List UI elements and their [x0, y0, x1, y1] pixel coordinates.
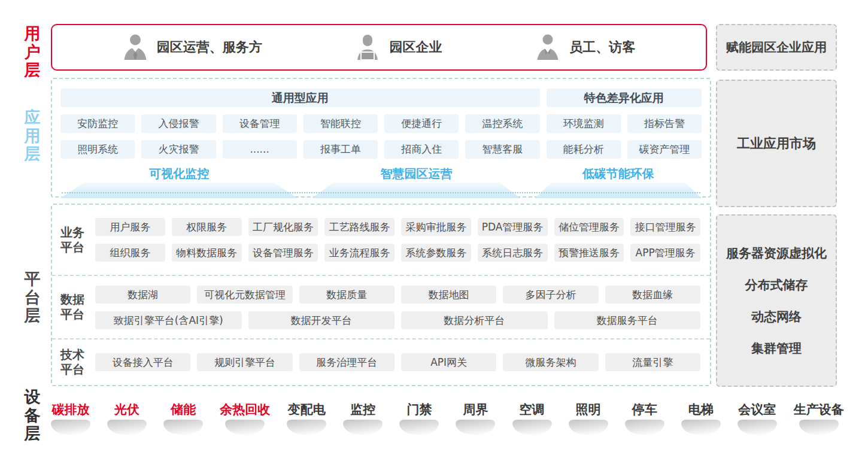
user-group-label: 员工、访客 [569, 38, 635, 56]
device-disc-shape [625, 420, 664, 435]
device-disc-shape [163, 420, 203, 435]
sidebar-infra-line: 动态网络 [751, 308, 802, 325]
platform-box: 多因子分析 [503, 286, 598, 304]
app-box: ...... [223, 140, 297, 159]
platform-box: 物料数据服务 [172, 244, 242, 262]
data-platform-row: 数据平台 数据湖 可视化元数据管理 数据质量 数据地图 多因子分析 数据血缘 致… [52, 276, 710, 339]
app-box: 入侵报警 [141, 114, 216, 133]
app-row-1: 安防监控 入侵报警 设备管理 智能联控 便捷通行 温控系统 环境监测 指标告警 [60, 114, 702, 133]
platform-box: 可视化元数据管理 [197, 286, 292, 304]
tech-platform-label: 技术平台 [60, 347, 95, 377]
platform-box: 权限服务 [172, 218, 242, 236]
platform-box: 微服务架构 [503, 353, 598, 371]
device-item: 电梯 [681, 401, 721, 435]
device-label: 电梯 [688, 401, 714, 418]
device-disc-shape [681, 420, 721, 435]
device-item: 监控 [343, 401, 383, 435]
device-item: 储能 [163, 401, 203, 435]
device-disc-shape [51, 420, 90, 435]
user-group-label: 园区企业 [389, 38, 442, 56]
platform-box: 数据开发平台 [248, 311, 395, 329]
device-item: 余热回收 [220, 401, 270, 435]
app-box: 便捷通行 [384, 114, 459, 133]
architecture-diagram: 用户层 应用层 平台层 设备层 园区运营、服务方 园区企业 [0, 0, 868, 467]
app-layer-label: 应用层 [22, 108, 43, 163]
user-layer-box: 园区运营、服务方 园区企业 员工、访客 [51, 24, 707, 71]
user-layer-label: 用户层 [22, 25, 43, 80]
device-label: 照明 [576, 401, 601, 418]
device-disc-shape [107, 420, 147, 435]
platform-box: 规则引擎平台 [197, 353, 292, 371]
device-disc-shape [287, 420, 326, 435]
device-item: 空调 [512, 401, 552, 435]
platform-box: 预警推送服务 [554, 244, 624, 262]
platform-layer-label: 平台层 [22, 270, 43, 325]
device-layer-label: 设备层 [22, 388, 43, 443]
platform-box: 系统日志服务 [478, 244, 548, 262]
app-box: 智慧客服 [465, 140, 539, 159]
platform-box: 业务流程服务 [324, 244, 394, 262]
app-box: 报事工单 [304, 140, 378, 159]
device-disc-shape [343, 420, 383, 435]
platform-box: 致据引擎平台(含AI引擎) [95, 311, 242, 329]
device-item: 碳排放 [51, 401, 90, 435]
device-disc-shape [225, 420, 265, 435]
device-item: 门禁 [399, 401, 439, 435]
device-layer-row: 碳排放 光伏 储能 余热回收 变配电 监控 门禁 周界 [51, 401, 844, 435]
app-row-2: 照明系统 火灾报警 ...... 报事工单 招商入住 智慧客服 能耗分析 碳资产… [60, 140, 702, 159]
enterprise-person-icon [355, 34, 380, 61]
app-box: 能耗分析 [547, 140, 621, 159]
device-label: 生产设备 [794, 401, 844, 418]
operator-person-icon [123, 34, 148, 61]
device-disc-shape [512, 420, 552, 435]
device-label: 停车 [632, 401, 657, 418]
business-row-1: 用户服务 权限服务 工厂规化服务 工艺路线服务 采购审批服务 PDA管理服务 储… [95, 218, 700, 236]
platform-box: 储位管理服务 [554, 218, 624, 236]
platform-box: 用户服务 [95, 218, 165, 236]
device-item: 生产设备 [794, 401, 844, 435]
special-apps-header: 特色差异化应用 [547, 89, 702, 107]
platform-box: 数据服务平台 [554, 311, 701, 329]
app-theme-band: 可视化监控 智慧园区运营 低碳节能环保 [60, 166, 702, 198]
theme-label: 低碳节能环保 [535, 166, 702, 182]
device-item: 变配电 [287, 401, 326, 435]
app-box: 指标告警 [627, 114, 702, 133]
business-platform-row: 业务平台 用户服务 权限服务 工厂规化服务 工艺路线服务 采购审批服务 PDA管… [52, 205, 710, 276]
business-platform-label: 业务平台 [60, 225, 95, 255]
device-label: 光伏 [114, 401, 139, 418]
platform-box: 服务治理平台 [299, 353, 394, 371]
platform-box: PDA管理服务 [478, 218, 548, 236]
user-group-enterprise: 园区企业 [355, 34, 442, 61]
device-item: 停车 [625, 401, 664, 435]
platform-box: 系统参数服务 [401, 244, 471, 262]
device-label: 储能 [171, 401, 196, 418]
platform-box: 设备管理服务 [248, 244, 318, 262]
data-platform-label: 数据平台 [60, 292, 95, 322]
device-label: 监控 [350, 401, 375, 418]
theme-label: 可视化监控 [60, 166, 298, 182]
platform-box: 数据地图 [401, 286, 496, 304]
device-label: 空调 [520, 401, 545, 418]
platform-box: 工艺路线服务 [324, 218, 394, 236]
app-box: 设备管理 [223, 114, 297, 133]
platform-box: 组织服务 [95, 244, 165, 262]
sidebar-infra-line: 集群管理 [751, 340, 802, 357]
device-item: 会议室 [738, 401, 777, 435]
platform-box: 接口管理服务 [630, 218, 700, 236]
sidebar-industrial-app-market-box: 工业应用市场 [716, 80, 837, 207]
device-disc-shape [569, 420, 608, 435]
app-box: 碳资产管理 [627, 140, 702, 159]
platform-layer-section: 业务平台 用户服务 权限服务 工厂规化服务 工艺路线服务 采购审批服务 PDA管… [51, 204, 711, 386]
theme-label: 智慧园区运营 [312, 166, 520, 182]
business-row-2: 组织服务 物料数据服务 设备管理服务 业务流程服务 系统参数服务 系统日志服务 … [95, 244, 700, 262]
theme-dotted-line [62, 192, 700, 193]
sidebar-empower-apps-box: 赋能园区企业应用 [716, 24, 837, 71]
platform-box: 流量引擎 [605, 353, 700, 371]
theme-platform-shape [312, 183, 520, 198]
sidebar-infra-line: 分布式储存 [745, 277, 808, 293]
theme-platform-shape [60, 183, 298, 198]
device-item: 周界 [456, 401, 495, 435]
platform-box: 采购审批服务 [401, 218, 471, 236]
app-box: 环境监测 [547, 114, 621, 133]
device-disc-shape [799, 420, 839, 435]
